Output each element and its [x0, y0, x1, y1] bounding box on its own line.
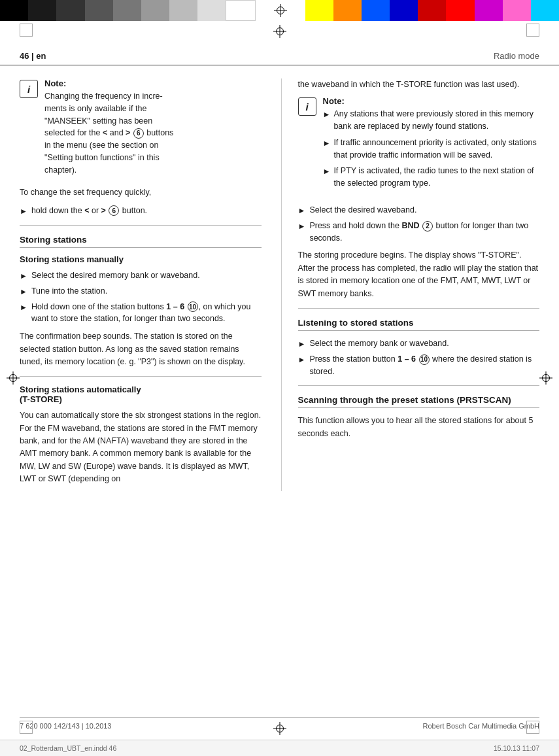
list-item: ► If traffic announcement priority is ac…: [323, 137, 540, 162]
arrow-icon: ►: [298, 220, 306, 232]
note-1-content: Note: Changing the frequency in incre-me…: [44, 78, 173, 176]
color-bar: [0, 0, 559, 21]
list-item-text: If traffic announcement priority is acti…: [333, 137, 539, 162]
note-box-2: i Note: ► Any stations that were previou…: [298, 96, 540, 194]
left-column: i Note: Changing the frequency in incre-…: [20, 78, 262, 491]
listening-title: Listening to stored stations: [298, 318, 540, 331]
listening-bullets: ► Select the memory bank or waveband. ► …: [298, 337, 540, 378]
registration-mark-top: [273, 25, 286, 38]
list-item: ► Select the memory bank or waveband.: [298, 337, 540, 350]
list-item-text: Select the desired waveband.: [309, 204, 416, 216]
freq-bullet-list: ► hold down the < or > 6 button.: [20, 205, 262, 217]
page-number: 46 | en: [20, 51, 46, 61]
list-item: ► hold down the < or > 6 button.: [20, 205, 262, 217]
right-column: the waveband in which the T-STORE functi…: [281, 78, 540, 491]
color-swatch: [531, 0, 559, 21]
main-content: i Note: Changing the frequency in incre-…: [0, 65, 559, 504]
color-swatch: [226, 0, 255, 21]
auto-title: Storing stations automatically(T-STORE): [20, 385, 262, 404]
manually-title: Storing stations manually: [20, 254, 262, 264]
storing-para: The storing procedure begins. The displa…: [298, 249, 540, 300]
list-item-text: Press the station button 1 – 6 10 where …: [309, 353, 539, 378]
color-swatch: [305, 0, 333, 21]
bottom-marks-row: [0, 718, 559, 738]
list-item-text: hold down the < or > 6 button.: [31, 205, 147, 217]
color-swatch: [141, 0, 169, 21]
divider-4: [298, 385, 540, 386]
file-info: 02_Rotterdam_UBT_en.indd 46: [20, 744, 116, 752]
manually-bullet-list: ► Select the desired memory bank or wave…: [20, 269, 262, 326]
list-item: ► Press and hold down the BND 2 button f…: [298, 220, 540, 245]
color-swatch: [56, 0, 84, 21]
color-swatch: [85, 0, 113, 21]
color-swatch: [503, 0, 531, 21]
divider-2: [20, 376, 262, 377]
top-marks-row: [0, 21, 559, 41]
divider-3: [298, 308, 540, 309]
color-swatch: [390, 0, 418, 21]
arrow-icon: ►: [298, 338, 306, 350]
color-swatch: [418, 0, 446, 21]
scanning-para: This function allows you to hear all the…: [298, 415, 540, 440]
date-info: 15.10.13 11:07: [494, 744, 539, 752]
info-icon: i: [20, 80, 38, 98]
arrow-icon: ►: [20, 301, 27, 313]
list-item-text: Tune into the station.: [31, 285, 107, 298]
freq-intro: To change the set frequency quickly,: [20, 186, 262, 199]
corner-mark-bl: [20, 721, 33, 734]
color-swatch: [169, 0, 197, 21]
list-item: ► If PTY is activated, the radio tunes t…: [323, 165, 540, 190]
list-item: ► Press the station button 1 – 6 10 wher…: [298, 353, 540, 378]
list-item: ► Select the desired memory bank or wave…: [20, 269, 262, 282]
arrow-icon: ►: [323, 137, 331, 149]
divider: [20, 225, 262, 226]
note-box-1: i Note: Changing the frequency in incre-…: [20, 78, 262, 176]
corner-mark-tr: [526, 24, 539, 37]
arrow-icon: ►: [298, 354, 306, 366]
list-item-text: Press and hold down the BND 2 button for…: [309, 220, 539, 245]
note-1-title: Note:: [44, 78, 173, 88]
list-item: ► Select the desired waveband.: [298, 204, 540, 216]
note-2-title: Note:: [323, 96, 540, 106]
corner-mark-tl: [20, 24, 33, 37]
color-swatch: [0, 0, 28, 21]
color-swatch: [475, 0, 503, 21]
arrow-icon: ►: [323, 165, 331, 177]
note-2-content: Note: ► Any stations that were previousl…: [323, 96, 540, 194]
page-header: 46 | en Radio mode: [0, 47, 559, 65]
arrow-icon: ►: [298, 205, 306, 216]
corner-mark-br: [526, 721, 539, 734]
list-item-text: Any stations that were previously stored…: [333, 108, 539, 133]
color-swatch: [333, 0, 362, 21]
auto-para: You can automatically store the six stro…: [20, 409, 262, 485]
list-item: ► Hold down one of the station buttons 1…: [20, 301, 262, 326]
scanning-title: Scanning through the preset stations (PR…: [298, 395, 540, 408]
color-swatch: [362, 0, 390, 21]
section-title: Radio mode: [494, 51, 539, 61]
manually-para: The confirmation beep sounds. The statio…: [20, 330, 262, 368]
para-continue: the waveband in which the T-STORE functi…: [298, 78, 540, 91]
registration-mark-bottom: [273, 722, 286, 735]
note-2-bullets: ► Any stations that were previously stor…: [323, 108, 540, 190]
list-item-text: Select the desired memory bank or waveba…: [31, 269, 200, 282]
storing-stations-title: Storing stations: [20, 235, 262, 248]
list-item-text: Select the memory bank or waveband.: [309, 337, 449, 350]
right-reg-mark: [539, 371, 552, 385]
color-swatch: [197, 0, 226, 21]
info-icon-2: i: [298, 97, 316, 116]
color-swatch: [113, 0, 141, 21]
bottom-bar: 02_Rotterdam_UBT_en.indd 46 15.10.13 11:…: [0, 740, 559, 756]
left-reg-mark: [7, 371, 20, 385]
list-item: ► Any stations that were previously stor…: [323, 108, 540, 133]
registration-mark: [269, 0, 292, 21]
arrow-icon: ►: [20, 205, 27, 217]
list-item-text: Hold down one of the station buttons 1 –…: [31, 301, 262, 326]
arrow-icon: ►: [20, 270, 27, 282]
list-item: ► Tune into the station.: [20, 285, 262, 298]
arrow-icon: ►: [20, 286, 27, 298]
arrow-icon: ►: [323, 109, 331, 120]
note-1-text: Changing the frequency in incre-ments is…: [44, 90, 173, 176]
color-swatch: [28, 0, 56, 21]
bullets-2: ► Select the desired waveband. ► Press a…: [298, 204, 540, 245]
color-swatch: [446, 0, 474, 21]
